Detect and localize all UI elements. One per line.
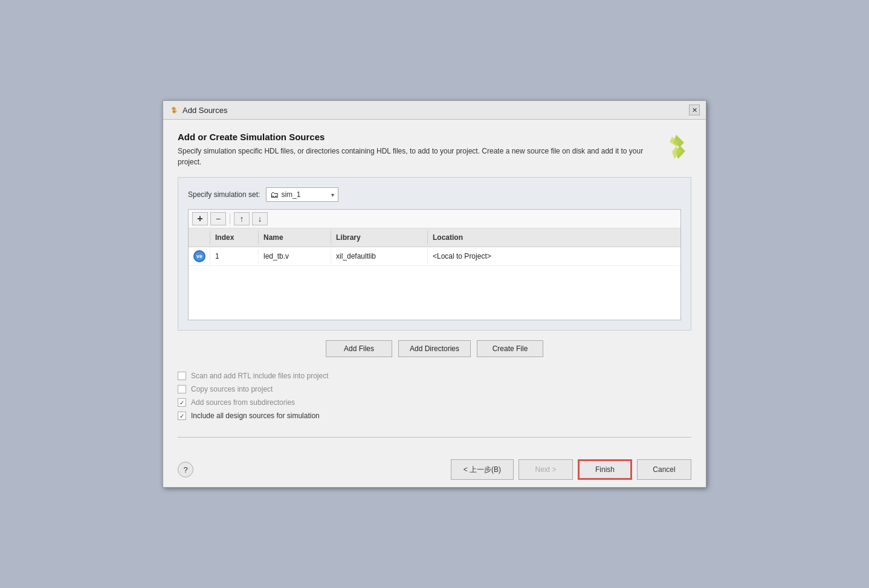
- arrow-down-icon: ↓: [258, 214, 262, 224]
- option-include-design: ✓ Include all design sources for simulat…: [178, 412, 691, 420]
- vivado-logo: [661, 132, 691, 162]
- back-button[interactable]: < 上一步(B): [451, 459, 514, 480]
- sim-set-dropdown[interactable]: 🗂 sim_1 ▾: [266, 187, 338, 202]
- sim-set-label: Specify simulation set:: [188, 190, 260, 199]
- col-header-library: Library: [331, 231, 428, 244]
- add-files-button[interactable]: Add Files: [326, 340, 392, 357]
- row-name: led_tb.v: [259, 249, 331, 263]
- scan-rtl-checkbox[interactable]: [178, 372, 186, 380]
- copy-sources-label: Copy sources into project: [191, 385, 273, 393]
- dialog-body: Add or Create Simulation Sources Specify…: [163, 120, 706, 454]
- row-library: xil_defaultlib: [331, 249, 428, 263]
- create-file-button[interactable]: Create File: [477, 340, 543, 357]
- add-subdirs-checkbox[interactable]: ✓: [178, 398, 186, 407]
- sim-set-row: Specify simulation set: 🗂 sim_1 ▾: [188, 187, 681, 202]
- table-row[interactable]: ve 1 led_tb.v xil_defaultlib <Local to P…: [189, 247, 680, 266]
- minus-icon: −: [216, 214, 221, 224]
- footer: ? < 上一步(B) Next > Finish Cancel: [163, 454, 706, 487]
- col-header-location: Location: [428, 231, 680, 244]
- option-add-subdirs: ✓ Add sources from subdirectories: [178, 398, 691, 407]
- options-section: Scan and add RTL include files into proj…: [178, 367, 691, 430]
- copy-sources-checkbox[interactable]: [178, 385, 186, 393]
- arrow-up-icon: ↑: [240, 214, 244, 224]
- chevron-down-icon: ▾: [331, 192, 334, 198]
- move-up-button[interactable]: ↑: [234, 212, 250, 225]
- header-text: Add or Create Simulation Sources Specify…: [178, 132, 651, 167]
- col-header-index: Index: [210, 231, 259, 244]
- add-sources-dialog: Add Sources ✕ Add or Create Simulation S…: [163, 100, 706, 488]
- sim-set-value: sim_1: [281, 190, 329, 199]
- cancel-button[interactable]: Cancel: [637, 459, 691, 480]
- close-button[interactable]: ✕: [689, 105, 700, 115]
- badge-label: ve: [196, 253, 202, 259]
- content-panel: Specify simulation set: 🗂 sim_1 ▾ + −: [178, 177, 691, 331]
- finish-button[interactable]: Finish: [578, 459, 632, 480]
- title-bar-left: Add Sources: [169, 105, 227, 115]
- col-header-name: Name: [259, 231, 331, 244]
- next-button[interactable]: Next >: [518, 459, 573, 480]
- header-title: Add or Create Simulation Sources: [178, 132, 651, 142]
- include-design-checkbox[interactable]: ✓: [178, 412, 186, 420]
- files-table-container: + − ↑ ↓ Index Nam: [188, 209, 681, 320]
- footer-buttons: < 上一步(B) Next > Finish Cancel: [451, 459, 691, 480]
- header-section: Add or Create Simulation Sources Specify…: [178, 132, 691, 167]
- table-toolbar: + − ↑ ↓: [189, 210, 680, 228]
- dialog-title: Add Sources: [183, 106, 227, 115]
- include-design-label: Include all design sources for simulatio…: [191, 412, 320, 420]
- add-subdirs-label: Add sources from subdirectories: [191, 398, 295, 407]
- title-bar: Add Sources ✕: [163, 101, 706, 120]
- verilog-badge: ve: [193, 250, 205, 262]
- row-icon-cell: ve: [189, 247, 210, 265]
- action-buttons: Add Files Add Directories Create File: [178, 340, 691, 357]
- table-body: ve 1 led_tb.v xil_defaultlib <Local to P…: [189, 247, 680, 320]
- footer-separator: [178, 437, 691, 438]
- scan-rtl-label: Scan and add RTL include files into proj…: [191, 372, 328, 380]
- option-scan-rtl: Scan and add RTL include files into proj…: [178, 372, 691, 380]
- move-down-button[interactable]: ↓: [252, 212, 268, 225]
- header-description: Specify simulation specific HDL files, o…: [178, 146, 651, 167]
- app-icon: [169, 105, 179, 115]
- add-directories-button[interactable]: Add Directories: [398, 340, 471, 357]
- toolbar-divider: [230, 213, 230, 224]
- add-button[interactable]: +: [192, 212, 208, 225]
- col-header-icon: [189, 231, 210, 244]
- option-copy-sources: Copy sources into project: [178, 385, 691, 393]
- row-location: <Local to Project>: [428, 249, 680, 263]
- row-index: 1: [210, 249, 259, 263]
- table-header: Index Name Library Location: [189, 228, 680, 247]
- help-button[interactable]: ?: [178, 462, 193, 477]
- folder-icon: 🗂: [270, 190, 279, 199]
- plus-icon: +: [197, 214, 202, 224]
- remove-button[interactable]: −: [210, 212, 226, 225]
